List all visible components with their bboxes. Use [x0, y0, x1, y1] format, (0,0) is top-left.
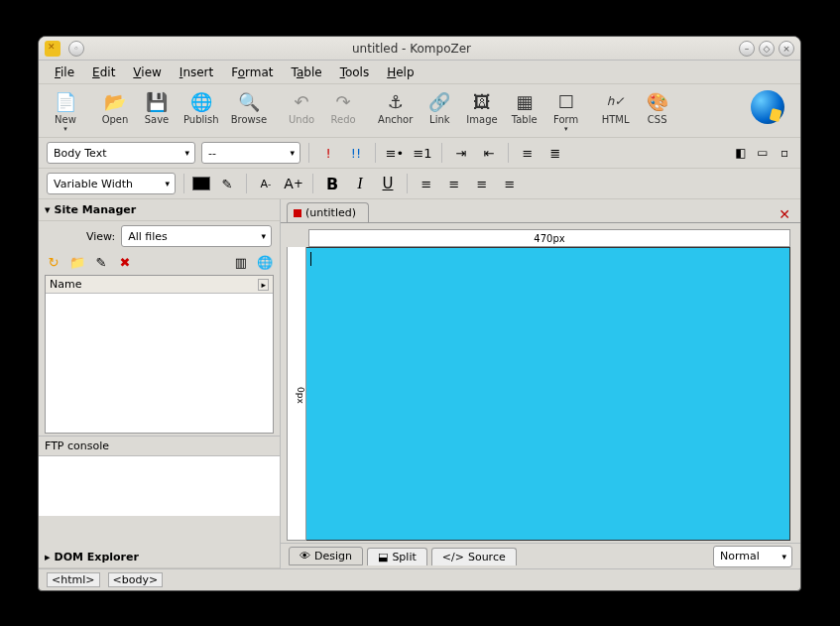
view-select[interactable]: All files [121, 225, 272, 247]
definition-term-button[interactable]: ≡ [517, 142, 539, 164]
titlebar: ◦ untitled - KompoZer – ◇ × [39, 37, 800, 61]
view-mode-select[interactable]: Normal [713, 546, 792, 567]
ftp-console-header[interactable]: FTP console [39, 436, 280, 456]
open-icon: 📂 [102, 88, 128, 114]
document-tab[interactable]: (untitled) [287, 202, 369, 222]
horizontal-ruler[interactable]: 470px [308, 229, 790, 247]
design-tab[interactable]: 👁 Design [289, 547, 363, 565]
path-tag-html[interactable]: <html> [47, 572, 100, 587]
format-toolbar-2: Variable Width ✎ A- A+ B I U ≡ ≡ ≡ ≡ [39, 169, 800, 199]
highlight-color-button[interactable]: ✎ [216, 173, 238, 194]
outdent-button[interactable]: ⇤ [478, 142, 500, 164]
name-column[interactable]: Name [50, 278, 81, 291]
sidebar: ▾ Site Manager View: All files ↻ 📁 ✎ ✖ ▥… [39, 199, 281, 568]
menubar: File Edit View Insert Format Table Tools… [39, 61, 800, 84]
link-button[interactable]: 🔗Link [419, 86, 460, 127]
document-tabstrip: (untitled) ✕ [281, 199, 800, 223]
path-tag-body[interactable]: <body> [108, 572, 164, 587]
app-icon [45, 41, 60, 57]
redo-icon: ↷ [330, 88, 356, 114]
close-tab-button[interactable]: ✕ [775, 206, 794, 222]
vertical-ruler[interactable]: 0px [287, 247, 306, 541]
html-icon: h✓ [603, 88, 629, 114]
redo-button[interactable]: ↷Redo [322, 86, 364, 127]
markers-icon[interactable]: ▭ [755, 145, 771, 161]
modified-icon [294, 209, 301, 217]
emphasize-button[interactable]: ! [317, 142, 339, 164]
align-right-button[interactable]: ≡ [471, 173, 493, 194]
dom-explorer-header[interactable]: ▸ DOM Explorer [39, 547, 280, 568]
menu-view[interactable]: View [125, 63, 169, 81]
indent-button[interactable]: ⇥ [450, 142, 472, 164]
increase-font-button[interactable]: A+ [283, 173, 304, 194]
image-button[interactable]: 🖼Image [460, 86, 503, 127]
new-button[interactable]: 📄New▾ [45, 86, 86, 135]
menu-help[interactable]: Help [379, 63, 421, 81]
bulleted-list-button[interactable]: ≡• [384, 142, 406, 164]
remote-icon[interactable]: 🌐 [256, 253, 274, 271]
ftp-console-body [39, 456, 280, 516]
layer-icon[interactable]: ◧ [733, 145, 749, 161]
undo-button[interactable]: ↶Undo [281, 86, 322, 127]
blocks-icon[interactable]: ▫ [777, 145, 792, 161]
menu-file[interactable]: File [47, 63, 82, 81]
italic-button[interactable]: I [349, 173, 371, 194]
table-icon: ▦ [512, 88, 538, 114]
underline-button[interactable]: U [377, 173, 399, 194]
edit-sites-icon[interactable]: ▥ [232, 253, 250, 271]
anchor-button[interactable]: ⚓Anchor [372, 86, 419, 127]
menu-format[interactable]: Format [223, 63, 281, 81]
form-button[interactable]: ☐Form▾ [545, 86, 587, 135]
refresh-icon[interactable]: ↻ [45, 253, 62, 271]
view-mode-tabs: 👁 Design ⬓ Split </> Source Normal [281, 543, 800, 568]
link-icon: 🔗 [426, 88, 452, 114]
delete-icon[interactable]: ✖ [116, 253, 134, 271]
align-left-button[interactable]: ≡ [416, 173, 437, 194]
new-folder-icon[interactable]: 📁 [68, 253, 86, 271]
align-justify-button[interactable]: ≡ [499, 173, 521, 194]
menu-insert[interactable]: Insert [172, 63, 221, 81]
paragraph-format-select[interactable]: Body Text [47, 142, 195, 164]
browse-button[interactable]: 🔍Browse [225, 86, 273, 127]
source-tab[interactable]: </> Source [431, 548, 517, 565]
rename-icon[interactable]: ✎ [92, 253, 110, 271]
new-icon: 📄 [53, 88, 78, 114]
site-manager-header[interactable]: ▾ Site Manager [39, 199, 280, 221]
table-button[interactable]: ▦Table [504, 86, 545, 127]
numbered-list-button[interactable]: ≡1 [412, 142, 433, 164]
publish-icon: 🌐 [188, 88, 214, 114]
main-area: ▾ Site Manager View: All files ↻ 📁 ✎ ✖ ▥… [39, 199, 800, 568]
css-icon: 🎨 [645, 88, 670, 114]
window-title: untitled - KompoZer [84, 42, 739, 56]
menu-tools[interactable]: Tools [332, 63, 378, 81]
statusbar: <html> <body> [39, 568, 800, 590]
menu-table[interactable]: Table [284, 63, 330, 81]
menu-edit[interactable]: Edit [84, 63, 123, 81]
save-icon: 💾 [144, 88, 170, 114]
app-window: ◦ untitled - KompoZer – ◇ × File Edit Vi… [38, 36, 801, 591]
class-select[interactable]: -- [201, 142, 300, 164]
editor-canvas[interactable] [306, 247, 790, 541]
align-center-button[interactable]: ≡ [443, 173, 465, 194]
text-color-swatch[interactable] [192, 177, 210, 190]
font-select[interactable]: Variable Width [47, 173, 176, 194]
titlebar-menu-button[interactable]: ◦ [68, 41, 84, 57]
html-button[interactable]: h✓HTML [595, 86, 637, 127]
split-tab[interactable]: ⬓ Split [367, 548, 427, 565]
strong-button[interactable]: !! [345, 142, 367, 164]
throbber-icon [751, 90, 784, 124]
file-tree[interactable]: Name▸ [45, 275, 274, 434]
column-picker-icon[interactable]: ▸ [258, 279, 269, 291]
decrease-font-button[interactable]: A- [255, 173, 277, 194]
css-button[interactable]: 🎨CSS [637, 86, 678, 127]
bold-button[interactable]: B [321, 173, 343, 194]
minimize-button[interactable]: – [739, 41, 755, 57]
save-button[interactable]: 💾Save [136, 86, 178, 127]
definition-desc-button[interactable]: ≣ [544, 142, 566, 164]
publish-button[interactable]: 🌐Publish [178, 86, 225, 127]
anchor-icon: ⚓ [383, 88, 409, 114]
maximize-button[interactable]: ◇ [759, 41, 775, 57]
close-button[interactable]: × [779, 41, 794, 57]
browse-icon: 🔍 [236, 88, 262, 114]
open-button[interactable]: 📂Open [94, 86, 136, 127]
